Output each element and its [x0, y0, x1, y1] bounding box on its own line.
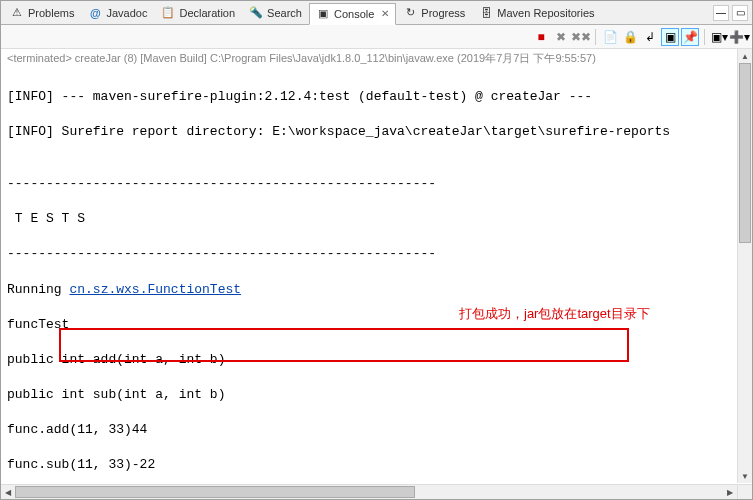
scroll-lock-button[interactable]: 🔒 — [621, 28, 639, 46]
word-wrap-button[interactable]: ↲ — [641, 28, 659, 46]
horizontal-scrollbar[interactable]: ◀ ▶ — [1, 484, 737, 499]
console-toolbar: ■ ✖ ✖✖ 📄 🔒 ↲ ▣ 📌 ▣▾ ➕▾ — [1, 25, 752, 49]
console-icon: ▣ — [316, 7, 330, 21]
tab-declaration[interactable]: 📋Declaration — [154, 2, 242, 24]
tab-problems[interactable]: ⚠Problems — [3, 2, 81, 24]
console-line: [INFO] --- maven-surefire-plugin:2.12.4:… — [7, 88, 746, 106]
display-selected-console-button[interactable]: ▣▾ — [710, 28, 728, 46]
separator — [595, 29, 596, 45]
open-console-button[interactable]: ➕▾ — [730, 28, 748, 46]
close-icon[interactable]: ✕ — [381, 8, 389, 19]
scroll-up-arrow-icon[interactable]: ▲ — [738, 49, 752, 63]
console-line: func.sub(11, 33)-22 — [7, 456, 746, 474]
remove-all-terminated-button[interactable]: ✖✖ — [572, 28, 590, 46]
declaration-icon: 📋 — [161, 6, 175, 20]
maximize-view-button[interactable]: ▭ — [732, 5, 748, 21]
scroll-corner — [737, 484, 752, 499]
console-line: func.add(11, 33)44 — [7, 421, 746, 439]
test-class-link[interactable]: cn.sz.wxs.FunctionTest — [69, 282, 241, 297]
remove-launch-button[interactable]: ✖ — [552, 28, 570, 46]
console-line: T E S T S — [7, 210, 746, 228]
minimize-view-button[interactable]: — — [713, 5, 729, 21]
console-line: [INFO] Surefire report directory: E:\wor… — [7, 123, 746, 141]
console-line: public int add(int a, int b) — [7, 351, 746, 369]
console-line: Running cn.sz.wxs.FunctionTest — [7, 281, 746, 299]
scroll-left-arrow-icon[interactable]: ◀ — [1, 485, 15, 499]
clear-console-button[interactable]: 📄 — [601, 28, 619, 46]
view-tab-bar: ⚠Problems @Javadoc 📋Declaration 🔦Search … — [1, 1, 752, 25]
scroll-thumb[interactable] — [15, 486, 415, 498]
separator — [704, 29, 705, 45]
search-icon: 🔦 — [249, 6, 263, 20]
tab-search[interactable]: 🔦Search — [242, 2, 309, 24]
scroll-down-arrow-icon[interactable]: ▼ — [738, 469, 752, 483]
at-icon: @ — [88, 6, 102, 20]
console-line: ----------------------------------------… — [7, 175, 746, 193]
console-output[interactable]: [INFO] --- maven-surefire-plugin:2.12.4:… — [1, 68, 752, 498]
console-line: public int sub(int a, int b) — [7, 386, 746, 404]
tab-console[interactable]: ▣Console✕ — [309, 3, 396, 25]
terminate-button[interactable]: ■ — [532, 28, 550, 46]
pin-console-button[interactable]: 📌 — [681, 28, 699, 46]
vertical-scrollbar[interactable]: ▲ ▼ — [737, 49, 752, 483]
scroll-right-arrow-icon[interactable]: ▶ — [723, 485, 737, 499]
annotation-text: 打包成功，jar包放在target目录下 — [459, 305, 650, 323]
tab-progress[interactable]: ↻Progress — [396, 2, 472, 24]
launch-header: <terminated> createJar (8) [Maven Build]… — [1, 49, 752, 68]
tab-maven-repositories[interactable]: 🗄Maven Repositories — [472, 2, 601, 24]
console-line: ----------------------------------------… — [7, 245, 746, 263]
scroll-thumb[interactable] — [739, 63, 751, 243]
show-console-button[interactable]: ▣ — [661, 28, 679, 46]
repo-icon: 🗄 — [479, 6, 493, 20]
progress-icon: ↻ — [403, 6, 417, 20]
tab-javadoc[interactable]: @Javadoc — [81, 2, 154, 24]
warning-icon: ⚠ — [10, 6, 24, 20]
